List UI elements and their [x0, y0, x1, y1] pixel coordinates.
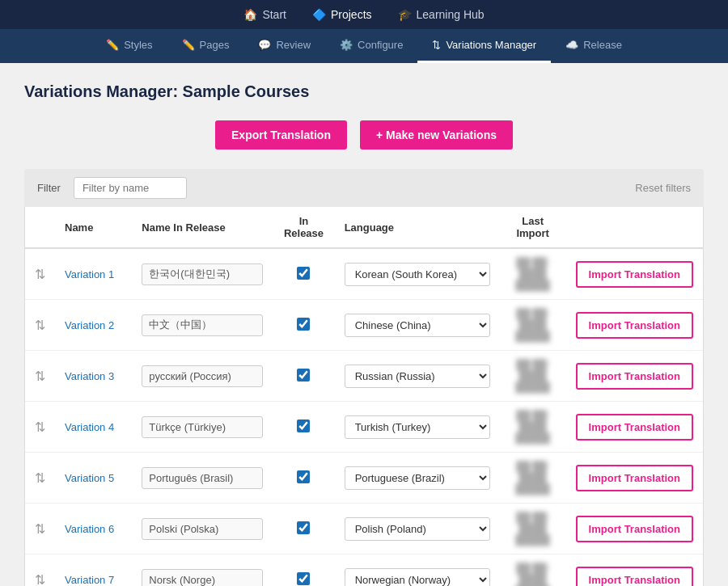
sort-handle[interactable]: ⇅ [35, 420, 45, 434]
second-nav: ✏️ Styles ✏️ Pages 💬 Review ⚙️ Configure… [0, 29, 728, 63]
filter-bar: Filter Reset filters [24, 169, 704, 207]
sort-handle[interactable]: ⇅ [35, 471, 45, 485]
top-nav-learning-hub[interactable]: 🎓 Learning Hub [398, 8, 485, 21]
name-in-release-input[interactable] [142, 518, 263, 540]
language-select[interactable]: Korean (South Korea) [345, 263, 490, 286]
nav-review[interactable]: 💬 Review [243, 29, 325, 63]
language-select[interactable]: Chinese (China) [345, 314, 490, 337]
language-select[interactable]: Norwegian (Norway) [345, 568, 490, 587]
sort-handle[interactable]: ⇅ [35, 522, 45, 536]
language-select[interactable]: Polish (Poland) [345, 517, 490, 541]
filter-input[interactable] [74, 177, 187, 199]
variation-link[interactable]: Variation 7 [65, 574, 114, 586]
name-in-release-input[interactable] [142, 569, 263, 587]
configure-icon: ⚙️ [340, 39, 353, 51]
variation-name-cell: Variation 1 [55, 248, 132, 300]
pages-icon: ✏️ [182, 39, 195, 51]
sort-handle[interactable]: ⇅ [35, 369, 45, 383]
name-in-release-input[interactable] [142, 263, 263, 285]
table-row: ⇅ Variation 4 Turkish (Turkey) ██/██/███… [25, 402, 703, 453]
import-translation-button[interactable]: Import Translation [576, 567, 693, 587]
make-new-variations-button[interactable]: + Make new Variations [360, 120, 513, 150]
nav-pages[interactable]: ✏️ Pages [167, 29, 244, 63]
in-release-checkbox[interactable] [297, 318, 310, 331]
top-nav-projects-label: Projects [331, 8, 372, 21]
language-cell: Norwegian (Norway) [335, 554, 500, 587]
name-in-release-cell [132, 453, 273, 504]
in-release-checkbox[interactable] [297, 470, 310, 483]
language-cell: Portuguese (Brazil) [335, 453, 500, 504]
variation-link[interactable]: Variation 4 [65, 421, 114, 433]
in-release-cell [273, 300, 334, 351]
variation-link[interactable]: Variation 2 [65, 319, 114, 331]
col-header-in-release: In Release [273, 207, 334, 248]
last-import-cell: ██/██/█████████ [500, 402, 566, 453]
col-header-name-in-release: Name In Release [132, 207, 273, 248]
language-select[interactable]: Turkish (Turkey) [345, 415, 490, 439]
filter-label: Filter [37, 182, 61, 194]
in-release-cell [273, 453, 334, 504]
name-in-release-cell [132, 554, 273, 587]
sort-handle[interactable]: ⇅ [35, 318, 45, 332]
import-translation-button[interactable]: Import Translation [576, 312, 693, 339]
language-select[interactable]: Portuguese (Brazil) [345, 466, 490, 490]
name-in-release-cell [132, 504, 273, 554]
variation-name-cell: Variation 2 [55, 300, 132, 351]
sort-handle-cell: ⇅ [25, 248, 55, 300]
import-translation-button[interactable]: Import Translation [576, 261, 693, 288]
styles-icon: ✏️ [106, 39, 119, 51]
top-nav-start[interactable]: 🏠 Start [243, 8, 286, 21]
import-action-cell: Import Translation [566, 453, 703, 504]
language-cell: Turkish (Turkey) [335, 402, 500, 453]
import-action-cell: Import Translation [566, 351, 703, 402]
in-release-checkbox[interactable] [297, 572, 310, 585]
in-release-checkbox[interactable] [297, 369, 310, 382]
variation-link[interactable]: Variation 6 [65, 523, 114, 535]
nav-styles[interactable]: ✏️ Styles [91, 29, 167, 63]
last-import-cell: ██/██/█████████ [500, 351, 566, 402]
sort-handle-cell: ⇅ [25, 554, 55, 587]
nav-release[interactable]: ☁️ Release [551, 29, 637, 63]
variation-name-cell: Variation 3 [55, 351, 132, 402]
in-release-checkbox[interactable] [297, 521, 310, 534]
name-in-release-cell [132, 351, 273, 402]
in-release-checkbox[interactable] [297, 267, 310, 280]
name-in-release-cell [132, 300, 273, 351]
name-in-release-input[interactable] [142, 467, 263, 489]
variation-link[interactable]: Variation 1 [65, 268, 114, 280]
reset-filters-button[interactable]: Reset filters [635, 182, 691, 194]
language-select[interactable]: Russian (Russia) [345, 365, 490, 388]
variation-link[interactable]: Variation 3 [65, 370, 114, 382]
import-action-cell: Import Translation [566, 300, 703, 351]
name-in-release-input[interactable] [142, 365, 263, 387]
col-header-name: Name [55, 207, 132, 248]
sort-handle[interactable]: ⇅ [35, 268, 45, 281]
nav-variations-manager[interactable]: ⇅ Variations Manager [417, 29, 551, 63]
last-import-value: ██/██/█████████ [515, 257, 550, 291]
last-import-value: ██/██/█████████ [515, 512, 550, 546]
import-action-cell: Import Translation [566, 248, 703, 300]
import-translation-button[interactable]: Import Translation [576, 363, 693, 390]
import-action-cell: Import Translation [566, 402, 703, 453]
sort-handle[interactable]: ⇅ [35, 573, 45, 587]
in-release-cell [273, 402, 334, 453]
import-translation-button[interactable]: Import Translation [576, 465, 693, 491]
in-release-checkbox[interactable] [297, 419, 310, 432]
import-translation-button[interactable]: Import Translation [576, 414, 693, 441]
export-translation-button[interactable]: Export Translation [215, 120, 347, 150]
top-nav-projects[interactable]: 🔷 Projects [312, 8, 372, 21]
nav-configure[interactable]: ⚙️ Configure [325, 29, 417, 63]
variation-link[interactable]: Variation 5 [65, 472, 114, 484]
name-in-release-input[interactable] [142, 314, 263, 336]
variations-table-container: Name Name In Release In Release Language… [24, 207, 704, 586]
variations-icon: ⇅ [432, 39, 441, 51]
sort-handle-cell: ⇅ [25, 351, 55, 402]
review-icon: 💬 [258, 39, 271, 51]
learning-icon: 🎓 [398, 8, 412, 21]
home-icon: 🏠 [243, 8, 257, 21]
name-in-release-input[interactable] [142, 416, 263, 438]
in-release-cell [273, 504, 334, 554]
import-translation-button[interactable]: Import Translation [576, 516, 693, 542]
last-import-value: ██/██/█████████ [515, 461, 550, 495]
in-release-cell [273, 554, 334, 587]
